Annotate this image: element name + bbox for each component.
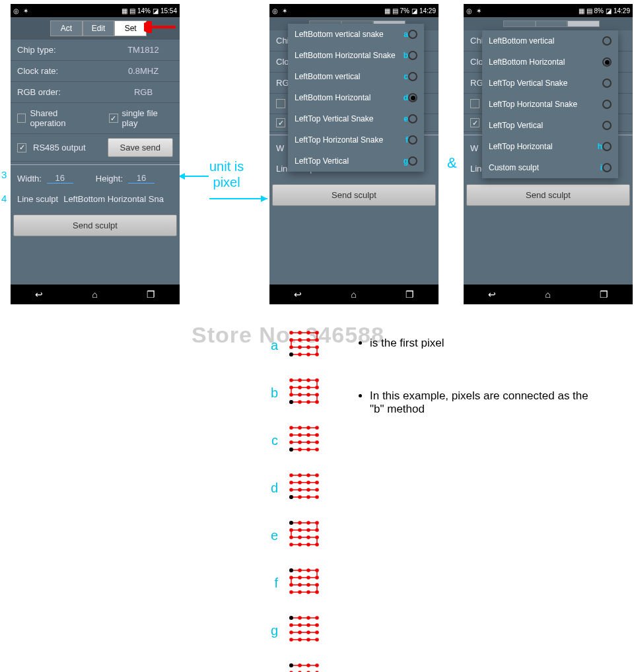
svg-point-105: [306, 521, 310, 525]
radio-icon[interactable]: [408, 135, 417, 145]
single-file-play-label: single file play: [122, 108, 173, 128]
radio-icon[interactable]: [408, 72, 417, 81]
single-file-play-checkbox[interactable]: [109, 114, 118, 123]
svg-point-108: [298, 528, 302, 532]
statusbar: ◎✶ ▦ ▤7%◪14:29: [269, 4, 439, 17]
svg-point-89: [306, 488, 310, 492]
radio-icon[interactable]: [602, 142, 612, 151]
dropdown-option[interactable]: LeftBottom vertical snakea: [288, 24, 424, 45]
dropdown-option[interactable]: LeftTop Horizontalh: [482, 136, 618, 157]
tab-edit[interactable]: Edit: [83, 20, 115, 36]
dropdown-option[interactable]: LeftTop Vertical Snake: [482, 73, 618, 94]
dropdown-option[interactable]: LeftBottom Horizontal Snakeb: [288, 45, 424, 66]
svg-point-69: [315, 440, 319, 444]
save-send-button[interactable]: Save send: [108, 138, 173, 157]
height-input[interactable]: 16: [128, 173, 155, 184]
home-icon[interactable]: ⌂: [92, 289, 97, 300]
send-sculpt-button[interactable]: Send sculpt: [13, 215, 177, 236]
radio-icon[interactable]: [602, 36, 612, 46]
diagram-row-c: c: [267, 425, 322, 455]
diagram-letter: f: [267, 576, 278, 591]
clock-rate-row[interactable]: Clock rate: 0.8MHZ: [11, 61, 180, 82]
chip-type-row[interactable]: Chip type: TM1812: [11, 40, 180, 61]
dropdown-option[interactable]: LeftBottom Horizontald: [288, 87, 424, 108]
svg-point-161: [298, 638, 302, 642]
width-input[interactable]: 16: [47, 173, 73, 184]
radio-icon[interactable]: [408, 156, 417, 166]
svg-point-72: [306, 448, 310, 452]
rs485-output-checkbox[interactable]: [17, 143, 26, 152]
svg-point-129: [306, 568, 310, 572]
diagram-row-f: f: [267, 568, 322, 598]
radio-icon[interactable]: [602, 57, 612, 67]
svg-point-116: [298, 543, 302, 547]
line-sculpt-label: Line sculpt: [17, 194, 58, 204]
dropdown-option[interactable]: LeftBottom Horizontal: [482, 51, 618, 73]
line-sculpt-row[interactable]: Line sculpt LeftBottom Horizontal Sna: [11, 189, 180, 209]
svg-point-138: [315, 583, 319, 587]
cyan-arrow-icon: [180, 172, 210, 181]
svg-point-153: [298, 623, 302, 627]
svg-point-22: [298, 345, 302, 349]
chip-type-value: TM1812: [114, 45, 173, 55]
svg-point-20: [315, 338, 319, 342]
dropdown-option[interactable]: LeftBottom verticalc: [288, 66, 424, 87]
svg-point-137: [306, 583, 310, 587]
shared-operation-label: Shared operation: [30, 108, 92, 128]
tab-set[interactable]: Set: [114, 20, 147, 36]
diagram-row-d: d: [267, 473, 322, 503]
line-sculpt-dropdown: LeftBottom verticalLeftBottom Horizontal…: [482, 30, 618, 178]
recent-icon[interactable]: ❐: [600, 289, 608, 300]
radio-icon[interactable]: [602, 163, 612, 172]
svg-point-150: [306, 616, 310, 620]
annotation-unit-is-pixel: unit ispixel: [209, 158, 244, 190]
radio-icon[interactable]: [408, 114, 417, 123]
svg-point-82: [315, 473, 319, 477]
radio-icon[interactable]: [602, 79, 612, 88]
send-sculpt-button[interactable]: Send sculpt: [272, 184, 436, 206]
tab-act[interactable]: Act: [50, 20, 83, 36]
home-icon[interactable]: ⌂: [351, 289, 356, 300]
back-icon[interactable]: ↩: [488, 289, 496, 300]
send-sculpt-button[interactable]: Send sculpt: [466, 184, 630, 206]
svg-point-157: [298, 630, 302, 634]
dropdown-option[interactable]: Custom sculpti: [482, 157, 618, 178]
dropdown-option[interactable]: LeftTop Horizontal Snakef: [288, 129, 424, 151]
back-icon[interactable]: ↩: [294, 289, 302, 300]
recent-icon[interactable]: ❐: [405, 289, 414, 300]
svg-point-19: [306, 338, 310, 342]
svg-point-139: [289, 590, 293, 594]
diagram-letter: c: [267, 433, 278, 448]
svg-point-26: [298, 353, 302, 356]
rgb-order-row[interactable]: RGB order: RGB: [11, 82, 180, 103]
recent-icon[interactable]: ❐: [147, 289, 155, 300]
radio-icon[interactable]: [408, 30, 417, 39]
svg-point-46: [298, 393, 302, 397]
svg-point-48: [315, 393, 319, 397]
dropdown-option[interactable]: LeftTop Vertical: [482, 115, 618, 136]
radio-icon[interactable]: [602, 121, 612, 130]
radio-icon[interactable]: [408, 51, 417, 60]
dropdown-option[interactable]: LeftTop Horizontal Snake: [482, 94, 618, 115]
svg-point-93: [306, 495, 310, 499]
svg-point-90: [315, 488, 319, 492]
svg-point-67: [298, 440, 302, 444]
shared-operation-checkbox[interactable]: [17, 114, 26, 123]
diagram-icon: [287, 330, 322, 360]
dropdown-option[interactable]: LeftTop Verticalg: [288, 151, 424, 172]
radio-icon[interactable]: [408, 93, 417, 102]
radio-icon[interactable]: [602, 100, 612, 109]
svg-point-155: [315, 623, 319, 627]
home-icon[interactable]: ⌂: [545, 289, 550, 300]
svg-point-134: [315, 576, 319, 580]
diagram-icon: [287, 378, 322, 408]
dropdown-option[interactable]: LeftTop Vertical Snakee: [288, 108, 424, 129]
diagram-icon: [287, 473, 322, 503]
dropdown-option[interactable]: LeftBottom vertical: [482, 30, 618, 51]
width-label: Width:: [17, 174, 42, 184]
legend: is the first pixel In this example, pixe…: [370, 337, 594, 455]
svg-point-16: [315, 331, 319, 335]
back-icon[interactable]: ↩: [35, 289, 43, 300]
dimensions-row: Width: 16 Height: 16: [11, 168, 180, 189]
svg-point-117: [306, 543, 310, 547]
